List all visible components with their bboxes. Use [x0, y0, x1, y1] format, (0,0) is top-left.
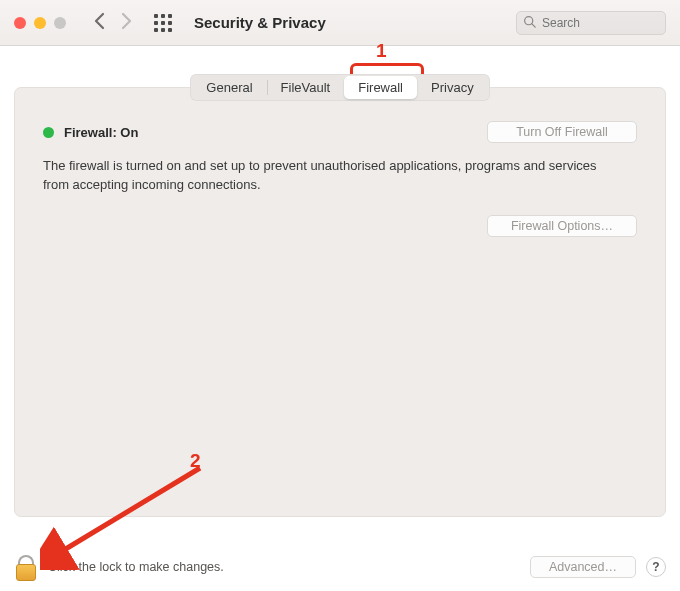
- forward-button[interactable]: [118, 11, 134, 35]
- advanced-button[interactable]: Advanced…: [530, 556, 636, 578]
- firewall-options-button[interactable]: Firewall Options…: [487, 215, 637, 237]
- lock-icon[interactable]: [14, 553, 38, 581]
- traffic-lights: [14, 17, 66, 29]
- svg-line-1: [532, 23, 535, 26]
- search-input[interactable]: [542, 16, 659, 30]
- back-button[interactable]: [92, 11, 108, 35]
- tab-firewall[interactable]: Firewall: [344, 76, 417, 99]
- window-titlebar: Security & Privacy: [0, 0, 680, 46]
- status-indicator-icon: [43, 127, 54, 138]
- panel-footer: Click the lock to make changes. Advanced…: [0, 547, 680, 591]
- firewall-panel: Firewall: On Turn Off Firewall The firew…: [14, 87, 666, 517]
- nav-arrows: [92, 11, 134, 35]
- tab-privacy[interactable]: Privacy: [417, 76, 488, 99]
- minimize-window-button[interactable]: [34, 17, 46, 29]
- zoom-window-button[interactable]: [54, 17, 66, 29]
- search-icon: [523, 14, 536, 32]
- help-button[interactable]: ?: [646, 557, 666, 577]
- tab-filevault[interactable]: FileVault: [267, 76, 345, 99]
- firewall-status-label: Firewall: On: [64, 125, 138, 140]
- window-title: Security & Privacy: [194, 14, 326, 31]
- close-window-button[interactable]: [14, 17, 26, 29]
- tab-general[interactable]: General: [192, 76, 266, 99]
- search-field[interactable]: [516, 11, 666, 35]
- lock-hint-text: Click the lock to make changes.: [48, 560, 224, 574]
- show-all-prefs-button[interactable]: [154, 14, 172, 32]
- turn-off-firewall-button[interactable]: Turn Off Firewall: [487, 121, 637, 143]
- tabs-segmented-control: General FileVault Firewall Privacy: [190, 74, 489, 101]
- firewall-description-text: The firewall is turned on and set up to …: [43, 157, 613, 195]
